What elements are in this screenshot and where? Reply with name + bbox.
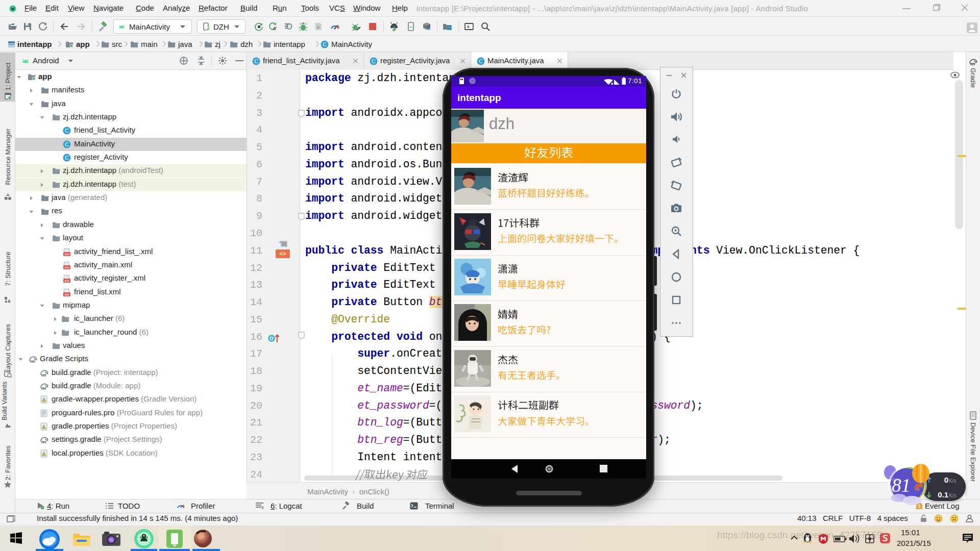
- svg-text:<>: <>: [64, 252, 69, 256]
- svg-text:0: 0: [944, 475, 948, 484]
- svg-text:K/s: K/s: [949, 493, 956, 498]
- svg-text:C: C: [372, 58, 376, 64]
- svg-text:K/s: K/s: [949, 478, 956, 484]
- svg-text:<>: <>: [64, 265, 69, 269]
- svg-text:81: 81: [892, 475, 911, 496]
- svg-text:<>: <>: [64, 279, 69, 283]
- svg-text:<>: <>: [64, 292, 69, 296]
- svg-text:C: C: [479, 58, 483, 64]
- svg-text:C: C: [65, 141, 69, 147]
- svg-text:A: A: [273, 26, 276, 31]
- svg-text:C: C: [65, 128, 69, 134]
- svg-text:C: C: [323, 41, 327, 47]
- svg-text:C: C: [65, 155, 69, 161]
- svg-text:C: C: [254, 58, 258, 64]
